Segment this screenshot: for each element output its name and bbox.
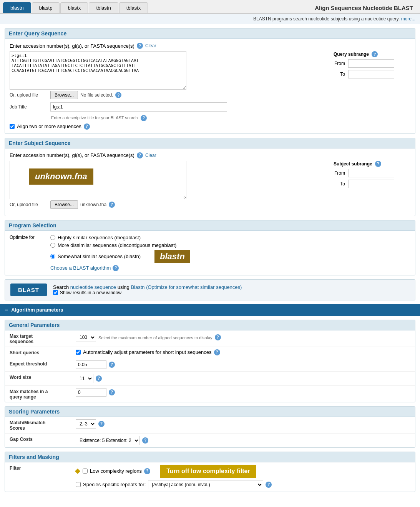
- gap-costs-label: Gap Costs: [10, 436, 71, 442]
- align-checkbox[interactable]: [10, 124, 15, 129]
- subject-section-header: Enter Subject Sequence: [5, 138, 415, 148]
- subject-input-label: Enter accession number(s), gi(s), or FAS…: [10, 152, 134, 158]
- tab-blastn[interactable]: blastn: [3, 2, 31, 13]
- low-complexity-checkbox[interactable]: [83, 469, 88, 474]
- gap-costs-help[interactable]: ?: [142, 437, 148, 444]
- show-new-window-label: Show results in a new window: [60, 290, 121, 295]
- short-queries-value: Automatically adjust parameters for shor…: [76, 349, 220, 355]
- gap-costs-select[interactable]: Existence: 5 Extension: 2 Existence: 4 E…: [76, 436, 140, 445]
- max-target-help[interactable]: ?: [215, 334, 221, 340]
- blast-desc-text: Search: [53, 284, 69, 290]
- short-queries-help[interactable]: ?: [214, 349, 220, 355]
- tab-tblastn[interactable]: tblastn: [89, 2, 118, 13]
- query-clear-link[interactable]: Clear: [145, 43, 156, 48]
- max-target-label: Max target sequences: [10, 333, 71, 344]
- blast-algo-link[interactable]: Blastn (Optimize for somewhat similar se…: [131, 284, 242, 290]
- algo-section-label: Algorithm parameters: [11, 307, 63, 313]
- megablast-label: Highly similar sequences (megablast): [58, 235, 141, 240]
- max-target-hint: Select the maximum number of aligned seq…: [98, 335, 212, 340]
- algo-params-header[interactable]: − Algorithm parameters: [0, 304, 420, 316]
- word-size-row: Word size 11 7 15 28 ?: [5, 372, 415, 386]
- tab-blastx[interactable]: blastx: [60, 2, 88, 13]
- species-help[interactable]: ?: [266, 482, 272, 488]
- blast-nucl-link[interactable]: nucleotide sequence: [70, 284, 116, 290]
- filter-label: Filter: [10, 465, 71, 471]
- algo-help[interactable]: ?: [113, 265, 119, 271]
- algo-link[interactable]: Choose a BLAST algorithm: [50, 265, 111, 271]
- species-select[interactable]: [Ashbya] aceris (nom. inval.): [148, 480, 263, 489]
- expect-label: Expect threshold: [10, 360, 71, 367]
- subject-sequence-input[interactable]: [10, 161, 186, 199]
- more-link[interactable]: more...: [401, 16, 415, 22]
- tab-blastp[interactable]: blastp: [32, 2, 60, 13]
- job-title-hint: Enter a descriptive title for your BLAST…: [51, 115, 138, 120]
- word-size-label: Word size: [10, 374, 71, 380]
- info-bar: BLASTN programs search nucleotide subjec…: [0, 14, 420, 24]
- query-subrange-help[interactable]: ?: [372, 51, 378, 57]
- align-help[interactable]: ?: [84, 123, 90, 130]
- query-upload-label: Or, upload file: [10, 92, 48, 98]
- query-sequence-input[interactable]: >lgs:1 ATTTGGTTTGTTCGAATTATCGCGGTCTGGTCA…: [10, 51, 186, 90]
- blastn-radio[interactable]: [50, 254, 55, 259]
- job-title-help[interactable]: ?: [141, 115, 147, 121]
- max-target-select[interactable]: 100 50 250 500: [76, 333, 96, 342]
- subject-subrange-help[interactable]: ?: [375, 161, 381, 167]
- blast-action-bar: BLAST Search nucleotide sequence using B…: [5, 279, 415, 300]
- expect-input[interactable]: [76, 360, 106, 369]
- blast-button[interactable]: BLAST: [10, 284, 47, 296]
- query-from-row: From: [334, 59, 410, 68]
- diamond-icon: [75, 468, 80, 474]
- match-mismatch-value: 2,-3 1,-2 1,-3 ?: [76, 419, 105, 429]
- low-complexity-help[interactable]: ?: [144, 468, 150, 474]
- query-section: Enter Query Sequence Enter accession num…: [5, 28, 415, 134]
- general-params-section: General Parameters Max target sequences …: [5, 320, 415, 402]
- gap-costs-value: Existence: 5 Extension: 2 Existence: 4 E…: [76, 436, 148, 445]
- job-title-input[interactable]: [50, 102, 227, 112]
- scoring-params-title: Scoring Parameters: [9, 409, 60, 415]
- megablast-radio[interactable]: [50, 235, 55, 240]
- word-size-select[interactable]: 11 7 15 28: [76, 374, 93, 383]
- info-text: BLASTN programs search nucleotide subjec…: [253, 16, 400, 22]
- short-queries-row: Short queries Automatically adjust param…: [5, 347, 415, 358]
- blast-using: using: [118, 284, 129, 290]
- scoring-params-header: Scoring Parameters: [5, 407, 415, 417]
- subject-file-help[interactable]: ?: [109, 202, 115, 208]
- low-complexity-row: Low complexity regions ? Turn off low co…: [76, 465, 272, 478]
- query-left: >lgs:1 ATTTGGTTTGTTCGAATTATCGCGGTCTGGTCA…: [10, 51, 326, 91]
- match-mismatch-select[interactable]: 2,-3 1,-2 1,-3: [76, 419, 96, 429]
- tab-tblastx[interactable]: tblastx: [119, 2, 148, 13]
- algo-minus-icon: −: [5, 307, 8, 314]
- subject-browse-button[interactable]: Browse...: [50, 200, 78, 209]
- show-new-window-checkbox[interactable]: [53, 290, 58, 295]
- subject-help-icon[interactable]: ?: [137, 152, 143, 158]
- query-browse-button[interactable]: Browse...: [50, 91, 78, 99]
- match-mismatch-label: Match/Mismatch Scores: [10, 419, 71, 431]
- subject-section-title: Enter Subject Sequence: [9, 140, 70, 146]
- program-section-body: Optimize for Highly similar sequences (m…: [5, 231, 415, 275]
- word-size-help[interactable]: ?: [96, 375, 102, 382]
- match-mismatch-help[interactable]: ?: [98, 421, 105, 427]
- tab-list: blastn blastp blastx tblastn tblastx: [3, 2, 148, 13]
- short-queries-checkbox[interactable]: [76, 350, 81, 355]
- subject-clear-link[interactable]: Clear: [145, 153, 156, 158]
- expect-value: ?: [76, 360, 115, 369]
- max-matches-input[interactable]: [76, 388, 106, 397]
- subject-from-input[interactable]: [348, 169, 394, 177]
- turn-off-callout: Turn off low complexity filter: [160, 465, 256, 478]
- query-from-input[interactable]: [348, 59, 394, 68]
- query-file-help[interactable]: ?: [115, 92, 121, 98]
- species-checkbox[interactable]: [76, 482, 81, 487]
- subject-to-input[interactable]: [348, 180, 394, 188]
- query-help-icon[interactable]: ?: [137, 43, 143, 49]
- algo-link-row: Choose a BLAST algorithm ?: [50, 265, 190, 271]
- subject-from-label: From: [334, 170, 345, 176]
- max-matches-help[interactable]: ?: [109, 389, 115, 395]
- max-target-value: 100 50 250 500 Select the maximum number…: [76, 333, 221, 342]
- discontig-radio[interactable]: [50, 243, 55, 248]
- expect-help[interactable]: ?: [109, 362, 115, 368]
- job-title-row: Job Title: [10, 102, 410, 112]
- low-complexity-label: Low complexity regions: [90, 468, 142, 474]
- word-size-value: 11 7 15 28 ?: [76, 374, 102, 383]
- query-to-input[interactable]: [348, 70, 394, 78]
- scoring-params-section: Scoring Parameters Match/Mismatch Scores…: [5, 406, 415, 448]
